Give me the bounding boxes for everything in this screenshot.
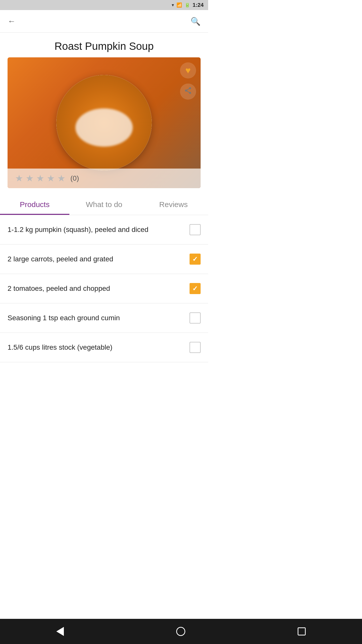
soup-bowl [56,75,152,171]
star-5[interactable]: ★ [57,173,65,184]
svg-point-2 [189,92,191,94]
tabs-container: Products What to do Reviews [0,193,208,215]
ingredient-checkbox-4[interactable] [190,312,201,324]
recipe-image-container: ♥ ★ ★ ★ ★ ★ (0) [8,57,201,188]
rating-count: (0) [70,174,79,182]
ingredient-checkbox-1[interactable] [190,224,201,235]
svg-point-1 [185,90,187,92]
battery-icon: 🔋 [185,2,190,8]
star-4[interactable]: ★ [47,173,55,184]
wifi-icon: ▾ [172,2,174,8]
ingredient-text-4: Seasoning 1 tsp each ground cumin [8,314,190,322]
ingredient-item-5: 1.5/6 cups litres stock (vegetable) [0,333,208,362]
svg-line-4 [187,89,189,90]
rating-container: ★ ★ ★ ★ ★ (0) [8,169,201,188]
ingredient-text-1: 1-1.2 kg pumpkin (squash), peeled and di… [8,226,190,234]
star-2[interactable]: ★ [26,173,34,184]
ingredient-checkbox-5[interactable] [190,342,201,353]
svg-point-0 [189,87,191,89]
ingredient-item-2: 2 large carrots, peeled and grated [0,245,208,274]
svg-line-3 [187,91,189,92]
star-3[interactable]: ★ [36,173,44,184]
ingredient-item-3: 2 tomatoes, peeled and chopped [0,274,208,303]
search-button[interactable]: 🔍 [191,17,201,26]
action-buttons: ♥ [180,62,196,100]
ingredient-checkbox-3[interactable] [190,283,201,294]
status-bar: ▾ 📶 🔋 1:24 [0,0,208,10]
ingredient-item-4: Seasoning 1 tsp each ground cumin [0,303,208,333]
tab-products[interactable]: Products [0,193,69,215]
favorite-button[interactable]: ♥ [180,62,196,78]
ingredients-list: 1-1.2 kg pumpkin (squash), peeled and di… [0,215,208,362]
ingredient-text-3: 2 tomatoes, peeled and chopped [8,285,190,293]
ingredient-text-2: 2 large carrots, peeled and grated [8,255,190,263]
ingredient-checkbox-2[interactable] [190,254,201,265]
share-icon [184,87,192,97]
tab-what-to-do[interactable]: What to do [69,193,139,215]
top-nav-bar: ← 🔍 [0,10,208,33]
ingredient-text-5: 1.5/6 cups litres stock (vegetable) [8,343,190,351]
signal-icon: 📶 [176,2,182,8]
recipe-image: ♥ ★ ★ ★ ★ ★ (0) [8,57,201,188]
recipe-title: Roast Pumpkin Soup [0,33,208,57]
tab-reviews[interactable]: Reviews [139,193,208,215]
share-button[interactable] [180,84,196,100]
star-1[interactable]: ★ [15,173,23,184]
back-button[interactable]: ← [8,17,16,26]
status-time: 1:24 [193,2,204,8]
ingredient-item-1: 1-1.2 kg pumpkin (squash), peeled and di… [0,215,208,245]
soup-cream [75,108,133,147]
heart-icon: ♥ [185,65,191,76]
